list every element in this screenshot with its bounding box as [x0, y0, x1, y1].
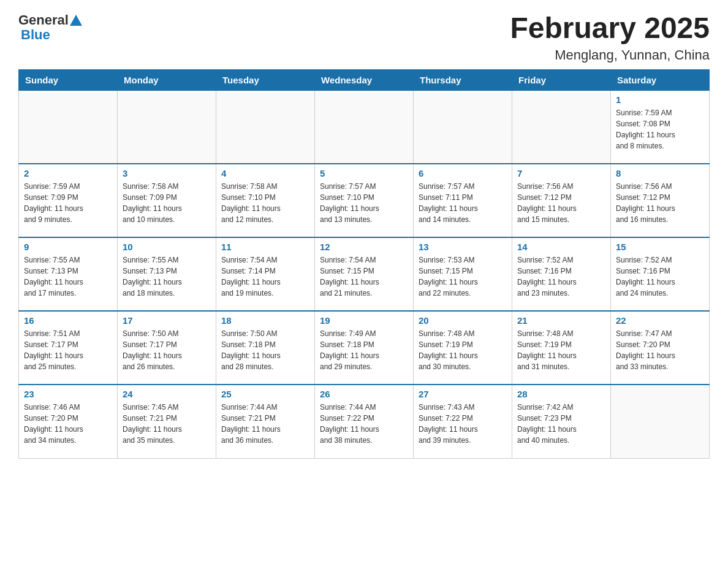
- day-info: Sunrise: 7:59 AM Sunset: 7:09 PM Dayligh…: [24, 181, 112, 225]
- day-info: Sunrise: 7:58 AM Sunset: 7:10 PM Dayligh…: [221, 181, 309, 225]
- weekday-header-friday: Friday: [512, 69, 611, 90]
- day-number: 4: [221, 168, 309, 178]
- calendar-cell: [414, 90, 512, 164]
- day-info: Sunrise: 7:48 AM Sunset: 7:19 PM Dayligh…: [517, 328, 605, 372]
- day-info: Sunrise: 7:58 AM Sunset: 7:09 PM Dayligh…: [123, 181, 211, 225]
- day-info: Sunrise: 7:56 AM Sunset: 7:12 PM Dayligh…: [616, 181, 704, 225]
- calendar-cell: 5Sunrise: 7:57 AM Sunset: 7:10 PM Daylig…: [315, 164, 414, 237]
- calendar-cell: 27Sunrise: 7:43 AM Sunset: 7:22 PM Dayli…: [414, 385, 512, 458]
- day-number: 23: [24, 389, 112, 399]
- day-info: Sunrise: 7:46 AM Sunset: 7:20 PM Dayligh…: [24, 402, 112, 446]
- weekday-header-saturday: Saturday: [611, 69, 710, 90]
- day-info: Sunrise: 7:51 AM Sunset: 7:17 PM Dayligh…: [24, 328, 112, 372]
- day-info: Sunrise: 7:56 AM Sunset: 7:12 PM Dayligh…: [517, 181, 605, 225]
- calendar-cell: 18Sunrise: 7:50 AM Sunset: 7:18 PM Dayli…: [216, 311, 315, 385]
- calendar-cell: 19Sunrise: 7:49 AM Sunset: 7:18 PM Dayli…: [315, 311, 414, 385]
- day-info: Sunrise: 7:44 AM Sunset: 7:22 PM Dayligh…: [320, 402, 408, 446]
- weekday-header-sunday: Sunday: [19, 69, 118, 90]
- logo-blue-text: Blue: [21, 27, 50, 43]
- calendar-cell: 1Sunrise: 7:59 AM Sunset: 7:08 PM Daylig…: [611, 90, 710, 164]
- calendar-week-row: 1Sunrise: 7:59 AM Sunset: 7:08 PM Daylig…: [19, 90, 710, 164]
- calendar-cell: [611, 385, 710, 458]
- calendar-cell: 7Sunrise: 7:56 AM Sunset: 7:12 PM Daylig…: [512, 164, 611, 237]
- day-number: 13: [419, 242, 507, 252]
- calendar-cell: [512, 90, 611, 164]
- weekday-header-monday: Monday: [118, 69, 216, 90]
- calendar-cell: 12Sunrise: 7:54 AM Sunset: 7:15 PM Dayli…: [315, 237, 414, 311]
- day-info: Sunrise: 7:57 AM Sunset: 7:10 PM Dayligh…: [320, 181, 408, 225]
- svg-marker-0: [70, 15, 82, 26]
- day-number: 21: [517, 315, 605, 326]
- calendar-cell: 22Sunrise: 7:47 AM Sunset: 7:20 PM Dayli…: [611, 311, 710, 385]
- day-info: Sunrise: 7:54 AM Sunset: 7:14 PM Dayligh…: [221, 255, 309, 299]
- calendar-cell: 9Sunrise: 7:55 AM Sunset: 7:13 PM Daylig…: [19, 237, 118, 311]
- calendar-week-row: 2Sunrise: 7:59 AM Sunset: 7:09 PM Daylig…: [19, 164, 710, 237]
- day-number: 2: [24, 168, 112, 178]
- day-info: Sunrise: 7:59 AM Sunset: 7:08 PM Dayligh…: [616, 107, 704, 151]
- day-info: Sunrise: 7:50 AM Sunset: 7:17 PM Dayligh…: [123, 328, 211, 372]
- day-number: 28: [517, 389, 605, 399]
- day-info: Sunrise: 7:54 AM Sunset: 7:15 PM Dayligh…: [320, 255, 408, 299]
- calendar-cell: 25Sunrise: 7:44 AM Sunset: 7:21 PM Dayli…: [216, 385, 315, 458]
- day-info: Sunrise: 7:55 AM Sunset: 7:13 PM Dayligh…: [123, 255, 211, 299]
- day-number: 3: [123, 168, 211, 178]
- calendar-cell: [216, 90, 315, 164]
- day-number: 22: [616, 315, 704, 326]
- weekday-header-row: SundayMondayTuesdayWednesdayThursdayFrid…: [19, 69, 710, 90]
- calendar-cell: 11Sunrise: 7:54 AM Sunset: 7:14 PM Dayli…: [216, 237, 315, 311]
- calendar-cell: 28Sunrise: 7:42 AM Sunset: 7:23 PM Dayli…: [512, 385, 611, 458]
- day-info: Sunrise: 7:50 AM Sunset: 7:18 PM Dayligh…: [221, 328, 309, 372]
- calendar-cell: 13Sunrise: 7:53 AM Sunset: 7:15 PM Dayli…: [414, 237, 512, 311]
- calendar-title-block: February 2025 Menglang, Yunnan, China: [510, 12, 710, 63]
- calendar-week-row: 23Sunrise: 7:46 AM Sunset: 7:20 PM Dayli…: [19, 385, 710, 458]
- calendar-cell: 6Sunrise: 7:57 AM Sunset: 7:11 PM Daylig…: [414, 164, 512, 237]
- day-info: Sunrise: 7:52 AM Sunset: 7:16 PM Dayligh…: [616, 255, 704, 299]
- calendar-cell: 15Sunrise: 7:52 AM Sunset: 7:16 PM Dayli…: [611, 237, 710, 311]
- logo-general-text: General: [18, 12, 69, 28]
- weekday-header-wednesday: Wednesday: [315, 69, 414, 90]
- calendar-week-row: 9Sunrise: 7:55 AM Sunset: 7:13 PM Daylig…: [19, 237, 710, 311]
- calendar-cell: 23Sunrise: 7:46 AM Sunset: 7:20 PM Dayli…: [19, 385, 118, 458]
- day-number: 7: [517, 168, 605, 178]
- day-number: 24: [123, 389, 211, 399]
- calendar-cell: 21Sunrise: 7:48 AM Sunset: 7:19 PM Dayli…: [512, 311, 611, 385]
- day-number: 10: [123, 242, 211, 252]
- calendar-cell: [315, 90, 414, 164]
- day-info: Sunrise: 7:52 AM Sunset: 7:16 PM Dayligh…: [517, 255, 605, 299]
- calendar-table: SundayMondayTuesdayWednesdayThursdayFrid…: [18, 69, 710, 459]
- day-info: Sunrise: 7:55 AM Sunset: 7:13 PM Dayligh…: [24, 255, 112, 299]
- calendar-cell: [19, 90, 118, 164]
- calendar-cell: 17Sunrise: 7:50 AM Sunset: 7:17 PM Dayli…: [118, 311, 216, 385]
- day-info: Sunrise: 7:43 AM Sunset: 7:22 PM Dayligh…: [419, 402, 507, 446]
- day-number: 20: [419, 315, 507, 326]
- day-number: 14: [517, 242, 605, 252]
- day-number: 1: [616, 94, 704, 105]
- calendar-cell: 14Sunrise: 7:52 AM Sunset: 7:16 PM Dayli…: [512, 237, 611, 311]
- day-info: Sunrise: 7:47 AM Sunset: 7:20 PM Dayligh…: [616, 328, 704, 372]
- day-number: 26: [320, 389, 408, 399]
- day-info: Sunrise: 7:42 AM Sunset: 7:23 PM Dayligh…: [517, 402, 605, 446]
- calendar-cell: 20Sunrise: 7:48 AM Sunset: 7:19 PM Dayli…: [414, 311, 512, 385]
- day-number: 27: [419, 389, 507, 399]
- day-number: 18: [221, 315, 309, 326]
- day-info: Sunrise: 7:49 AM Sunset: 7:18 PM Dayligh…: [320, 328, 408, 372]
- day-info: Sunrise: 7:48 AM Sunset: 7:19 PM Dayligh…: [419, 328, 507, 372]
- logo-triangle-icon: [70, 15, 82, 26]
- day-info: Sunrise: 7:44 AM Sunset: 7:21 PM Dayligh…: [221, 402, 309, 446]
- page-header: General Blue February 2025 Menglang, Yun…: [18, 12, 710, 63]
- day-number: 19: [320, 315, 408, 326]
- day-number: 9: [24, 242, 112, 252]
- logo: General Blue: [18, 12, 82, 43]
- day-info: Sunrise: 7:53 AM Sunset: 7:15 PM Dayligh…: [419, 255, 507, 299]
- day-number: 12: [320, 242, 408, 252]
- day-info: Sunrise: 7:45 AM Sunset: 7:21 PM Dayligh…: [123, 402, 211, 446]
- calendar-cell: 24Sunrise: 7:45 AM Sunset: 7:21 PM Dayli…: [118, 385, 216, 458]
- weekday-header-thursday: Thursday: [414, 69, 512, 90]
- day-number: 17: [123, 315, 211, 326]
- calendar-cell: [118, 90, 216, 164]
- calendar-title: February 2025: [510, 12, 710, 45]
- day-number: 16: [24, 315, 112, 326]
- day-number: 6: [419, 168, 507, 178]
- day-number: 25: [221, 389, 309, 399]
- day-number: 8: [616, 168, 704, 178]
